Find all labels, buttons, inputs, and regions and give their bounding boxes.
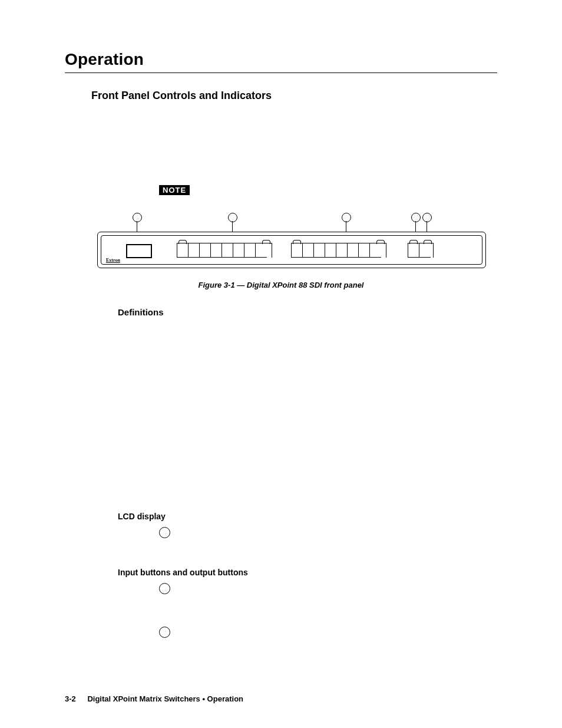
page-footer: 3-2 Digital XPoint Matrix Switchers • Op… xyxy=(65,694,243,703)
item-circle-icon xyxy=(159,583,170,594)
control-button xyxy=(419,243,431,258)
figure-caption: Figure 3-1 — Digital XPoint 88 SDI front… xyxy=(65,281,497,289)
input-button xyxy=(200,243,211,258)
input-button xyxy=(211,243,222,258)
io-buttons-heading: Input buttons and output buttons xyxy=(118,568,497,577)
control-button xyxy=(408,243,419,258)
footer-title: Digital XPoint Matrix Switchers • Operat… xyxy=(87,694,243,703)
item-circle-icon xyxy=(159,627,170,638)
lcd-display-heading: LCD display xyxy=(118,512,497,521)
definitions-heading: Definitions xyxy=(118,307,497,317)
title-rule xyxy=(65,73,497,73)
input-button-group xyxy=(177,243,272,258)
output-button xyxy=(348,243,359,258)
page-number: 3-2 xyxy=(65,694,76,703)
brand-label: Extron xyxy=(106,258,120,263)
input-button xyxy=(233,243,244,258)
output-button xyxy=(370,243,381,258)
input-button xyxy=(244,243,256,258)
output-button xyxy=(303,243,314,258)
front-panel-figure: Extron xyxy=(97,213,486,269)
output-button-group xyxy=(291,243,386,258)
input-button xyxy=(256,243,267,258)
output-button xyxy=(359,243,370,258)
lcd-display xyxy=(126,244,152,258)
panel-chassis: Extron xyxy=(97,232,486,268)
input-button xyxy=(222,243,233,258)
note-badge: NOTE xyxy=(159,185,190,195)
output-button xyxy=(325,243,336,258)
item-circle-icon xyxy=(159,527,170,538)
callout-ctrl1-icon xyxy=(411,213,421,222)
input-button xyxy=(189,243,200,258)
output-button xyxy=(336,243,348,258)
input-button xyxy=(177,243,189,258)
callout-inputs-icon xyxy=(228,213,237,222)
control-button-group xyxy=(408,243,434,258)
chapter-title: Operation xyxy=(65,50,497,69)
callout-lcd-icon xyxy=(133,213,142,222)
output-button xyxy=(292,243,303,258)
panel-inner-border: Extron xyxy=(101,235,482,265)
section-title: Front Panel Controls and Indicators xyxy=(91,90,497,102)
callout-ctrl2-icon xyxy=(422,213,432,222)
callout-outputs-icon xyxy=(342,213,351,222)
output-button xyxy=(314,243,325,258)
